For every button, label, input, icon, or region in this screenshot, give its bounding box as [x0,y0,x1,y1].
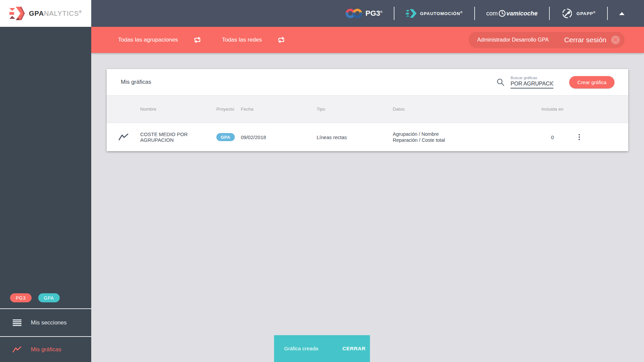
column-header-nombre: Nombre [140,107,216,112]
page-title: Mis gráficas [121,79,151,85]
logo-text-light: NALYTICS [44,10,79,17]
date-cell: 09/02/2018 [241,134,317,140]
column-header-datos: Datos [393,107,538,112]
pg3-label: PG3® [366,9,383,18]
gpa-badge[interactable]: GPA [38,293,60,302]
gpautomocion-arrow-icon [406,9,417,18]
swap-redes-icon[interactable] [277,36,286,44]
card-header: Mis gráficas Buscar gráficas Crear gráfi… [107,69,628,95]
chart-name-cell: COSTE MEDIO POR AGRUPACION [140,131,216,143]
filter-bar: Todas las agrupaciones Todas las redes [91,27,644,53]
logo-reg-mark: ® [79,10,82,14]
sidebar-badges: PG3 GPA [10,293,60,302]
row-menu-kebab-icon[interactable] [577,134,582,140]
gpautomocion-label: GPAUTOMOCIÓN® [420,11,463,16]
app-logo-box: GPANALYTICS® [0,0,91,27]
sidebar: PG3 GPA Mis secciones Mis gráficas [0,27,91,362]
toast-close-button[interactable]: CERRAR [342,346,366,352]
redes-filter-label: Todas las redes [222,37,262,43]
table-header-row: Nombre Proyecto Fecha Tipo Datos Incluid… [107,95,628,123]
gpa-analytics-logo-icon [9,6,25,20]
gpapp-label: GPAPP® [577,11,596,16]
comprovamicoche-brand[interactable]: com vamicoche [486,10,538,17]
data-columns-cell: Agrupación / Nombre Reparación / Coste t… [393,131,538,143]
agrupaciones-filter-label: Todas las agrupaciones [118,37,178,43]
column-header-incluida-en: Incluida en [538,107,567,112]
column-header-fecha: Fecha [241,107,317,112]
gpa-analytics-wordmark: GPANALYTICS® [29,10,82,17]
collapse-header-arrow-icon[interactable] [619,12,625,15]
current-user-label: Administrador Desarrollo GPA [477,37,549,43]
pg3-brand[interactable]: PG3® [345,8,383,19]
pg3-badge[interactable]: PG3 [10,293,32,302]
project-cell: GPA [216,133,241,141]
row-chart-type-cell [107,133,140,141]
chart-name-line1: COSTE MEDIO POR [140,131,216,137]
topbar-divider [549,7,550,20]
gpapp-wrench-icon [561,7,573,19]
gpautomocion-brand[interactable]: GPAUTOMOCIÓN® [406,9,463,18]
app-root: GPANALYTICS® PG3® GPAUTOMOCIÓN® com [0,0,644,362]
top-brand-bar: PG3® GPAUTOMOCIÓN® com vamicoche [91,0,644,27]
sidebar-item-label: Mis gráficas [31,346,61,353]
pg3-infinity-icon [345,8,362,19]
search-icon[interactable] [496,78,504,86]
search-input[interactable] [511,80,553,88]
sidebar-item-mis-graficas[interactable]: Mis gráficas [0,337,91,362]
search-field: Buscar gráficas [511,76,553,88]
line-chart-icon [13,346,21,353]
topbar-divider [607,7,608,20]
comprova-text-post: vamicoche [506,10,538,17]
redes-filter[interactable]: Todas las redes [222,36,286,44]
comprova-text-pre: com [486,10,498,17]
data-line2: Reparación / Coste total [393,137,538,143]
agrupaciones-filter[interactable]: Todas las agrupaciones [118,36,202,44]
my-charts-card: Mis gráficas Buscar gráficas Crear gráfi… [107,69,628,151]
toast-notification: Gráfica creada CERRAR [274,335,370,362]
project-badge: GPA [216,133,235,141]
line-chart-icon [118,133,128,141]
type-cell: Líneas rectas [317,134,393,140]
chart-name-line2: AGRUPACION [140,137,216,143]
logout-close-icon[interactable]: ✕ [611,36,620,44]
create-chart-button[interactable]: Crear gráfica [569,76,614,88]
logo-text-bold: GPA [29,10,44,17]
search-field-label: Buscar gráficas [511,76,553,80]
topbar-divider [474,7,475,20]
toast-message: Gráfica creada [284,346,318,352]
gpapp-brand[interactable]: GPAPP® [561,7,596,19]
logout-button[interactable]: Cerrar sesión [564,36,606,44]
clock-icon [498,10,506,17]
data-line1: Agrupación / Nombre [393,131,538,137]
session-group: Administrador Desarrollo GPA Cerrar sesi… [469,32,625,48]
column-header-proyecto: Proyecto [216,107,241,112]
column-header-tipo: Tipo [317,107,393,112]
table-row[interactable]: COSTE MEDIO POR AGRUPACION GPA 09/02/201… [107,123,628,151]
swap-agrupaciones-icon[interactable] [193,36,202,44]
sidebar-item-mis-secciones[interactable]: Mis secciones [0,309,91,336]
topbar-divider [394,7,394,20]
sections-list-icon [13,319,21,326]
row-actions-cell [567,134,628,140]
included-count: 0 [538,134,567,140]
sidebar-item-label: Mis secciones [31,319,67,326]
